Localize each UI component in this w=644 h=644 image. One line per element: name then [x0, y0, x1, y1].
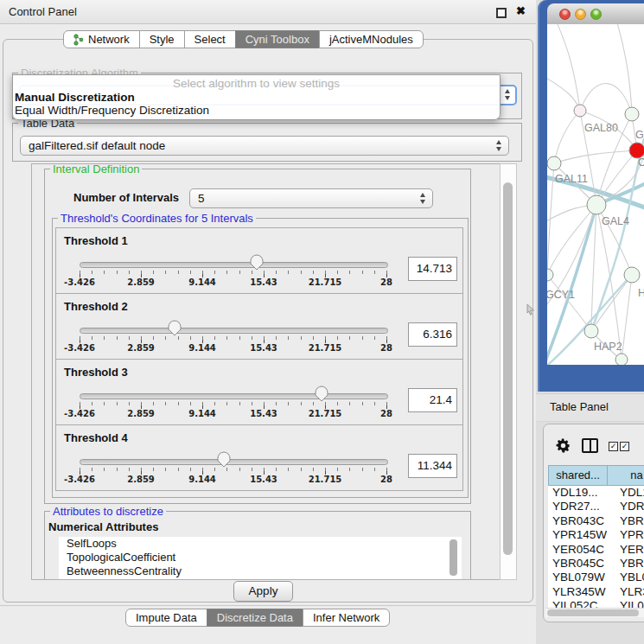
- control-panel: Control Panel ✖ Network Style Select Cyn…: [0, 0, 536, 644]
- threshold-1-slider-thumb[interactable]: [249, 254, 265, 271]
- tab-cyni-label: Cyni Toolbox: [245, 31, 309, 48]
- threshold-2-slider-track[interactable]: [80, 328, 388, 334]
- node-bottom: [615, 354, 628, 365]
- number-of-intervals-label: Number of Intervals: [73, 191, 179, 204]
- node-label-hap2: HAP2: [594, 341, 622, 353]
- float-icon[interactable]: [496, 8, 507, 18]
- tab-discretize-data[interactable]: Discretize Data: [207, 609, 303, 627]
- column-header-name[interactable]: na: [607, 465, 644, 486]
- threshold-3-slider-thumb[interactable]: [314, 386, 329, 403]
- tab-select[interactable]: Select: [184, 30, 236, 48]
- number-of-intervals-value: 5: [198, 189, 205, 207]
- threshold-2-label: Threshold 2: [64, 300, 128, 313]
- cell: YBL0: [615, 571, 644, 584]
- cell: YBR0: [615, 557, 644, 571]
- table-horizontal-scrollbar[interactable]: [545, 608, 644, 617]
- threshold-3-slider-track[interactable]: [80, 393, 388, 399]
- threshold-4-slider-track[interactable]: [80, 459, 388, 465]
- tick-label: 21.715: [309, 409, 342, 418]
- table-row[interactable]: YLR345WYLR3: [548, 585, 644, 599]
- table-data-value: galFiltered.sif default node: [29, 137, 165, 155]
- threshold-coordinates-legend: Threshold's Coordinates for 5 Intervals: [58, 212, 256, 225]
- minimize-traffic-light[interactable]: [575, 9, 586, 20]
- tab-impute-label: Impute Data: [136, 609, 197, 626]
- table-row[interactable]: YBL079WYBL0: [548, 571, 644, 584]
- settings-scrollbar-thumb[interactable]: [503, 182, 513, 555]
- list-item-betweennesscentrality[interactable]: BetweennessCentrality: [59, 564, 462, 578]
- list-item-topologicalcoefficient[interactable]: TopologicalCoefficient: [59, 551, 462, 564]
- tick-label: 21.715: [309, 475, 342, 484]
- number-of-intervals-combobox[interactable]: 5: [189, 188, 433, 208]
- settings-scrollbar[interactable]: [500, 163, 517, 580]
- zoom-traffic-light[interactable]: [590, 9, 602, 20]
- node-gcy1: [547, 269, 553, 281]
- list-item-selfloops[interactable]: SelfLoops: [59, 537, 462, 551]
- checkbox-icon[interactable]: ✓: [620, 442, 629, 451]
- table-header-row: shared... na: [548, 465, 644, 486]
- threshold-1-value-field[interactable]: 14.713: [408, 257, 457, 281]
- tab-network[interactable]: Network: [63, 30, 140, 48]
- node-gal4: [587, 195, 606, 214]
- table-row[interactable]: YER054CYER0: [548, 543, 644, 557]
- close-icon[interactable]: ✖: [516, 4, 526, 17]
- table-scrollbar-thumb[interactable]: [547, 609, 639, 616]
- table-row[interactable]: YBR043CYBR0: [548, 514, 644, 528]
- table-data-combobox[interactable]: galFiltered.sif default node: [20, 136, 509, 156]
- tab-cyni-toolbox[interactable]: Cyni Toolbox: [235, 30, 320, 48]
- threshold-3-value-field[interactable]: 21.4: [408, 388, 457, 412]
- option-equal-width-frequency[interactable]: Equal Width/Frequency Discretization: [13, 104, 500, 117]
- cell: YPR145W: [548, 528, 615, 542]
- tick-label: -3.426: [64, 277, 95, 287]
- control-panel-titlebar: Control Panel ✖: [0, 0, 536, 24]
- table-row[interactable]: YDR27...YDR2: [548, 500, 644, 513]
- threshold-2-value-field[interactable]: 6.316: [408, 322, 457, 347]
- tick-label: 28: [380, 409, 392, 418]
- attributes-legend: Attributes to discretize: [50, 505, 166, 518]
- node-label-c: C: [638, 156, 644, 169]
- network-canvas[interactable]: GAL80 GA C GAL11 GAL4 GCY1 H HAP2: [547, 24, 644, 365]
- tab-style[interactable]: Style: [139, 30, 185, 48]
- column-header-shared-name[interactable]: shared...: [548, 465, 608, 486]
- numerical-attributes-title: Numerical Attributes: [48, 520, 158, 533]
- table-row[interactable]: YIL052CYIL0: [548, 599, 644, 608]
- checkbox-icon[interactable]: ✓: [609, 442, 618, 451]
- cell: YLR345W: [548, 585, 615, 599]
- apply-button[interactable]: Apply: [233, 581, 293, 602]
- list-scrollbar-thumb[interactable]: [450, 539, 457, 576]
- tick-label: 2.859: [127, 475, 155, 484]
- threshold-2-slider-thumb[interactable]: [167, 320, 182, 337]
- table-data-group: Table Data galFiltered.sif default node: [12, 123, 522, 162]
- close-traffic-light[interactable]: [559, 9, 571, 20]
- node-h: [624, 267, 640, 283]
- gear-icon[interactable]: [555, 437, 571, 457]
- tab-jactive-label: jActiveMNodules: [329, 31, 413, 48]
- table-row[interactable]: YPR145WYPR1: [548, 528, 644, 542]
- tick-label: 2.859: [127, 409, 155, 418]
- attributes-to-discretize-group: Attributes to discretize Numerical Attri…: [44, 511, 471, 580]
- tick-label: 15.43: [250, 475, 277, 484]
- tick-label: 9.144: [188, 343, 216, 353]
- threshold-4-slider-thumb[interactable]: [216, 451, 232, 469]
- settings-viewport: Interval Definition Number of Intervals …: [31, 163, 516, 580]
- table-rows: YDL19...YDL1 YDR27...YDR2 YBR043CYBR0 YP…: [548, 486, 644, 608]
- cell: YIL052C: [548, 599, 615, 608]
- threshold-4-value-field[interactable]: 11.344: [408, 454, 457, 478]
- threshold-3-box: Threshold 3 -3.426 2.859 9.144 15.43 21.…: [55, 359, 463, 425]
- tick-label: 28: [380, 343, 392, 353]
- tab-infer-network[interactable]: Infer Network: [303, 609, 390, 627]
- option-manual-discretization[interactable]: Manual Discretization: [13, 91, 500, 104]
- tick-label: 9.144: [188, 277, 216, 287]
- node-label-gal11: GAL11: [555, 173, 588, 185]
- tab-impute-data[interactable]: Impute Data: [125, 609, 207, 627]
- slider-ticks: [80, 402, 388, 409]
- threshold-1-slider-track[interactable]: [80, 262, 388, 268]
- network-view-window: GAL80 GA C GAL11 GAL4 GCY1 H HAP2: [538, 0, 644, 392]
- tab-jactivemnodules[interactable]: jActiveMNodules: [319, 30, 424, 48]
- table-row[interactable]: YDL19...YDL1: [548, 486, 644, 500]
- node-hap2: [584, 324, 598, 338]
- cell: YBR043C: [548, 514, 615, 528]
- table-row[interactable]: YBR045CYBR0: [548, 557, 644, 571]
- table-panel-title: Table Panel: [550, 394, 609, 420]
- app-window: Control Panel ✖ Network Style Select Cyn…: [0, 0, 644, 644]
- columns-icon[interactable]: [582, 438, 598, 453]
